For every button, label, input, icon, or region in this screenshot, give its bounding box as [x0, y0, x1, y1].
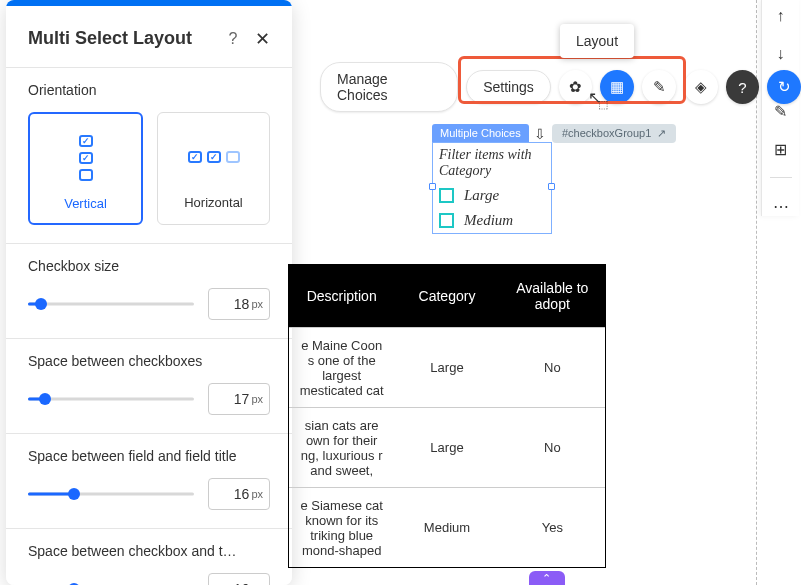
table-row: e Siamese cat known for its triking blue… [289, 487, 605, 567]
more-dots-icon[interactable]: ⋯ [771, 196, 791, 216]
data-table: Description Category Available to adopt … [288, 264, 606, 568]
checkbox-size-label: Checkbox size [28, 258, 270, 274]
checkbox-option[interactable]: Medium [433, 208, 551, 233]
table-header: Description Category Available to adopt [289, 265, 605, 327]
canvas: Layout Manage Choices Settings ✿ ▦ ✎ ◈ ?… [292, 0, 801, 585]
horizontal-label: Horizontal [168, 195, 259, 210]
checkbox-group-box: Filter items with Category Large Medium [432, 142, 552, 234]
space-checkbox-text-section: Space between checkbox and t… 16 px [6, 528, 292, 585]
manage-choices-button[interactable]: Manage Choices [320, 62, 458, 112]
horizontal-preview-icon [168, 129, 259, 185]
table-cell: Large [394, 356, 499, 379]
orientation-section: Orientation Vertical Horizontal [6, 67, 292, 243]
orientation-vertical[interactable]: Vertical [28, 112, 143, 225]
table-cell: Large [394, 436, 499, 459]
orientation-row: Vertical Horizontal [28, 112, 270, 225]
space-field-title-input[interactable]: 16 px [208, 478, 270, 510]
checkbox-size-section: Checkbox size 18 px [6, 243, 292, 338]
arrow-up-icon[interactable]: ↑ [771, 6, 791, 26]
checkbox-group-title: Filter items with Category [433, 143, 551, 183]
arrow-down-icon[interactable]: ↓ [771, 44, 791, 64]
space-checkboxes-slider[interactable] [28, 396, 194, 402]
element-id-tag[interactable]: #checkboxGroup1 [552, 124, 676, 143]
action-bar: Manage Choices Settings ✿ ▦ ✎ ◈ ? ↻ [320, 62, 801, 112]
checkbox-size-input[interactable]: 18 px [208, 288, 270, 320]
space-checkbox-text-input[interactable]: 16 px [208, 573, 270, 585]
bottom-handle[interactable]: ⌃ [529, 571, 565, 585]
panel-title: Multi Select Layout [28, 28, 223, 49]
orientation-horizontal[interactable]: Horizontal [157, 112, 270, 225]
help-icon[interactable]: ? [223, 30, 243, 48]
space-checkboxes-section: Space between checkboxes 17 px [6, 338, 292, 433]
brush-icon[interactable]: ✎ [642, 70, 676, 104]
space-field-title-slider[interactable] [28, 491, 194, 497]
table-row: sian cats are own for their ng, luxuriou… [289, 407, 605, 487]
table-cell: No [500, 356, 605, 379]
close-icon[interactable]: ✕ [255, 30, 270, 48]
space-checkbox-text-label: Space between checkbox and t… [28, 543, 270, 559]
element-type-badge: Multiple Choices [432, 124, 529, 142]
help-circle-icon[interactable]: ? [726, 70, 760, 104]
settings-button[interactable]: Settings [466, 70, 551, 104]
layout-tooltip: Layout [560, 24, 634, 58]
table-cell: Yes [500, 516, 605, 539]
sections-icon[interactable]: ⊞ [771, 139, 791, 159]
table-cell: e Maine Coon s one of the largest mestic… [289, 334, 394, 402]
more-icon[interactable]: ↻ [767, 70, 801, 104]
animation-icon[interactable]: ◈ [684, 70, 718, 104]
divider [770, 177, 792, 178]
checkbox-size-slider[interactable] [28, 301, 194, 307]
table-cell: sian cats are own for their ng, luxuriou… [289, 414, 394, 482]
space-field-title-section: Space between field and field title 16 p… [6, 433, 292, 528]
space-checkboxes-input[interactable]: 17 px [208, 383, 270, 415]
space-checkboxes-label: Space between checkboxes [28, 353, 270, 369]
checkbox-option[interactable]: Large [433, 183, 551, 208]
table-row: e Maine Coon s one of the largest mestic… [289, 327, 605, 407]
space-field-title-label: Space between field and field title [28, 448, 270, 464]
table-header-cell: Available to adopt [500, 276, 605, 316]
checkbox-icon[interactable] [439, 213, 454, 228]
table-cell: Medium [394, 516, 499, 539]
table-header-cell: Category [394, 284, 499, 308]
cursor-icon: ↖ [588, 88, 601, 107]
table-cell: e Siamese cat known for its triking blue… [289, 494, 394, 562]
panel-header: Multi Select Layout ? ✕ [6, 6, 292, 67]
checkbox-option-label: Medium [464, 212, 513, 229]
orientation-label: Orientation [28, 82, 270, 98]
table-header-cell: Description [289, 284, 394, 308]
table-cell: No [500, 436, 605, 459]
checkbox-group-element[interactable]: Multiple Choices ⇩ #checkboxGroup1 Filte… [432, 124, 552, 234]
checkbox-icon[interactable] [439, 188, 454, 203]
checkbox-option-label: Large [464, 187, 499, 204]
vertical-label: Vertical [40, 196, 131, 211]
layout-panel: Multi Select Layout ? ✕ Orientation Vert… [6, 0, 292, 585]
vertical-preview-icon [40, 130, 131, 186]
